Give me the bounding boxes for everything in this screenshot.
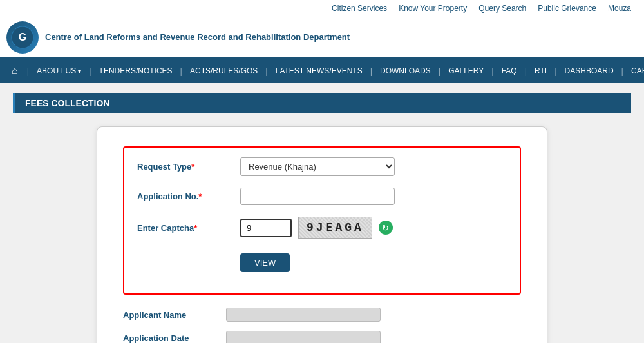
citizen-services-link[interactable]: Citizen Services [332, 4, 387, 13]
application-no-row: Application No.* [137, 188, 507, 205]
request-type-row: Request Type* Revenue (Khajna) Land Conv… [137, 157, 507, 176]
applicant-name-label: Applicant Name [123, 310, 226, 320]
view-button[interactable]: VIEW [240, 253, 290, 272]
nav-about-us[interactable]: ABOUT US ▾ [32, 60, 86, 82]
captcha-label: Enter Captcha* [137, 223, 240, 233]
lower-form: Applicant Name Application Date Applicat… [123, 308, 521, 343]
about-us-arrow: ▾ [78, 68, 81, 75]
application-date-row: Application Date [123, 331, 521, 343]
captcha-row: Enter Captcha* 9JEAGA ↻ [137, 217, 507, 239]
query-search-link[interactable]: Query Search [478, 4, 526, 13]
request-type-label: Request Type* [137, 162, 240, 172]
refresh-captcha-icon[interactable]: ↻ [379, 220, 393, 235]
application-date-output [226, 331, 381, 343]
nav-downloads[interactable]: DOWNLOADS [375, 60, 436, 82]
nav-divider-2: | [86, 66, 93, 76]
captcha-controls: 9JEAGA ↻ [240, 217, 393, 239]
nav-acts[interactable]: ACTS/RULES/GOS [185, 60, 263, 82]
application-no-label: Application No.* [137, 191, 240, 201]
captcha-input[interactable] [240, 219, 292, 237]
svg-text:G: G [19, 32, 26, 43]
header-title: Centre of Land Reforms and Revenue Recor… [45, 32, 350, 43]
mouza-link[interactable]: Mouza [608, 4, 631, 13]
nav-gallery[interactable]: GALLERY [443, 60, 489, 82]
applicant-name-output [226, 308, 381, 322]
application-date-label: Application Date [123, 333, 226, 343]
page-header: G Centre of Land Reforms and Revenue Rec… [0, 17, 644, 59]
main-nav: ⌂ | ABOUT US ▾ | TENDERS/NOTICES | ACTS/… [0, 59, 644, 83]
nav-tenders[interactable]: TENDERS/NOTICES [94, 60, 178, 82]
nav-divider-1: | [24, 66, 32, 76]
form-container: Request Type* Revenue (Khajna) Land Conv… [97, 126, 547, 343]
nav-careers[interactable]: CAREERS [626, 60, 644, 82]
nav-rti[interactable]: RTI [529, 60, 552, 82]
know-your-property-link[interactable]: Know Your Property [399, 4, 467, 13]
captcha-image: 9JEAGA [298, 217, 372, 239]
request-type-select[interactable]: Revenue (Khajna) Land Conversion Mutatio… [240, 157, 395, 176]
highlight-box: Request Type* Revenue (Khajna) Land Conv… [123, 146, 521, 295]
nav-dashboard[interactable]: DASHBOARD [560, 60, 619, 82]
header-logo: G Centre of Land Reforms and Revenue Rec… [6, 21, 350, 54]
logo-icon: G [6, 21, 39, 54]
nav-faq[interactable]: FAQ [497, 60, 522, 82]
section-header: FEES COLLECTION [13, 93, 631, 113]
nav-news[interactable]: LATEST NEWS/EVENTS [270, 60, 368, 82]
view-button-row: VIEW [137, 250, 507, 272]
top-bar: Citizen Services Know Your Property Quer… [0, 0, 644, 17]
application-no-input[interactable] [240, 188, 395, 205]
page-content: FEES COLLECTION Request Type* Revenue (K… [0, 83, 644, 343]
applicant-name-row: Applicant Name [123, 308, 521, 322]
public-grievance-link[interactable]: Public Grievance [538, 4, 596, 13]
nav-home-icon[interactable]: ⌂ [5, 60, 24, 82]
